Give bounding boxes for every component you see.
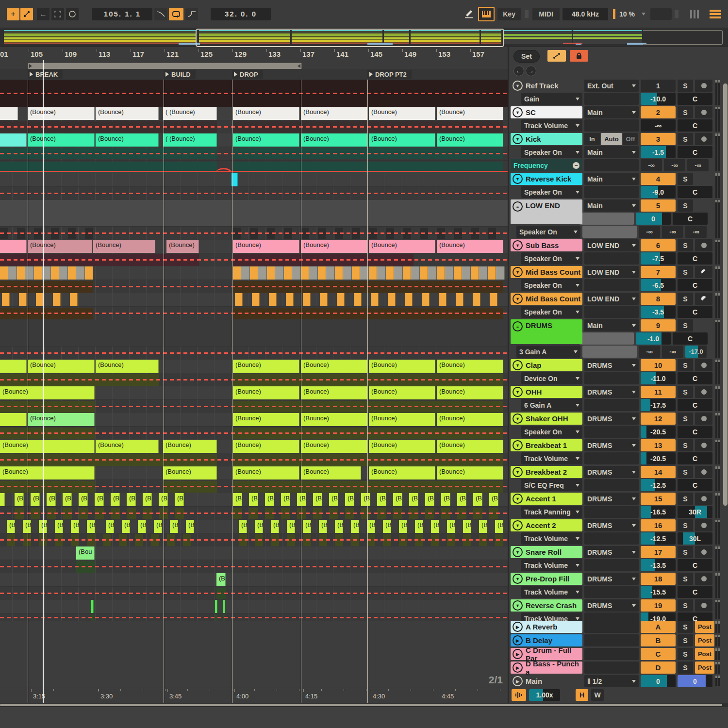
track-title-drums[interactable]: ≡DRUMS [511, 319, 582, 344]
track-title-accent-1[interactable]: ▼Accent 1 [511, 493, 582, 505]
arm-button[interactable] [695, 386, 712, 398]
track-number[interactable]: A [641, 621, 676, 633]
clip[interactable]: (B [233, 493, 242, 506]
back-to-arrangement-button[interactable]: ← [37, 8, 50, 20]
clip[interactable]: (Bounce) [28, 413, 95, 426]
lane-dropdown[interactable]: Speaker On [516, 226, 580, 238]
clip[interactable] [386, 266, 394, 280]
automation-lane[interactable] [0, 587, 508, 600]
clip[interactable] [0, 413, 27, 426]
play-icon[interactable]: ▶ [513, 662, 523, 673]
clip[interactable] [354, 293, 362, 306]
clip[interactable]: (Bounce) [233, 107, 299, 120]
clip[interactable] [490, 293, 497, 306]
clip[interactable]: (B [319, 520, 327, 533]
solo-button[interactable]: S [678, 386, 693, 398]
volume-display[interactable]: -7.5 [641, 252, 676, 265]
routing-dropdown[interactable]: Main [584, 173, 639, 185]
automation-lane[interactable] [0, 253, 508, 266]
track-title-return-d[interactable]: ▶D Bass - Punch a [511, 662, 582, 674]
clip[interactable]: (B [361, 493, 370, 506]
clip[interactable]: (B [367, 520, 375, 533]
track-number[interactable]: 11 [641, 386, 676, 398]
automation-lane[interactable] [0, 280, 508, 293]
clip[interactable] [454, 266, 462, 280]
clip[interactable]: (Bounce) [437, 107, 503, 120]
track-title-ohh[interactable]: ▼OHH [511, 386, 582, 398]
device-dropdown[interactable]: S/C EQ Freq [521, 479, 582, 491]
solo-button[interactable]: S [678, 546, 693, 558]
track-title-low-end[interactable]: ≡LOW END [511, 199, 582, 224]
routing-dropdown[interactable]: ‖ 1/2 [584, 675, 639, 687]
next-marker-button[interactable]: → [526, 66, 536, 76]
key-map-button[interactable]: Key [497, 8, 521, 20]
track-number[interactable]: 1 [641, 80, 676, 92]
clip[interactable]: (Bounce) [233, 133, 299, 147]
clip[interactable]: (B [447, 520, 455, 533]
clip-lane[interactable]: (Bounce)(Bounce)(Bounce)(Bounce)(Bounce)… [0, 466, 508, 480]
fold-triangle-icon[interactable]: ▼ [513, 134, 523, 144]
automation-lane[interactable] [0, 400, 508, 413]
clip[interactable] [232, 173, 238, 186]
clip[interactable]: (Bounce) [437, 466, 503, 480]
routing-dropdown[interactable]: DRUMS [584, 359, 639, 371]
fade-tool-button[interactable] [154, 8, 167, 20]
clip[interactable] [471, 266, 479, 280]
track-number[interactable]: D [641, 662, 676, 674]
clip[interactable] [360, 266, 369, 280]
clip[interactable] [456, 293, 463, 306]
clip[interactable]: (B [15, 493, 24, 506]
volume-display[interactable]: -20.5 [641, 452, 676, 464]
clip[interactable]: (B [122, 520, 130, 533]
play-icon[interactable]: ▶ [513, 635, 523, 645]
volume-display[interactable]: -12.5 [641, 532, 676, 545]
pan-display[interactable]: C [673, 332, 708, 345]
clip[interactable] [85, 266, 93, 280]
clip[interactable]: (Bounce) [233, 466, 299, 480]
clip[interactable]: (Bounce) [96, 107, 159, 120]
clip[interactable]: (B [138, 520, 146, 533]
clip[interactable] [17, 266, 25, 280]
clip[interactable]: (B [303, 520, 311, 533]
track-title-breakbeat-2[interactable]: ▼Breakbeat 2 [511, 466, 582, 478]
clip[interactable] [337, 293, 345, 306]
clip[interactable]: (B [335, 520, 343, 533]
clip[interactable]: (B [186, 520, 194, 533]
clip[interactable]: (B [23, 520, 31, 533]
lock-envelopes-button[interactable] [570, 50, 588, 62]
clip[interactable] [8, 266, 17, 280]
track-title-shaker-ohh[interactable]: ▼Shaker OHH [511, 413, 582, 425]
track-number[interactable]: 3 [641, 133, 676, 145]
track-number[interactable]: 8 [641, 293, 676, 305]
clip-lane[interactable]: (Bounce)(Bounce)( (Bounce)(Bounce)(Bounc… [0, 133, 508, 147]
clip-lane[interactable]: (B(B(B(B(B(B(B(B(B(B(B(B(B(B(B(B(B(B(B(B… [0, 520, 508, 533]
hamburger-menu-button[interactable] [710, 10, 721, 18]
pan-display[interactable]: 30R [678, 506, 712, 518]
track-title-clap[interactable]: ▼Clap [511, 359, 582, 371]
clip[interactable]: (B [287, 520, 295, 533]
pan-display[interactable]: C [678, 399, 712, 411]
device-dropdown[interactable]: Track Volume [521, 612, 582, 621]
clip[interactable] [462, 266, 471, 280]
clip-lane[interactable]: (Bou [0, 546, 508, 560]
clip[interactable]: (Bounce) [93, 240, 155, 253]
routing-dropdown[interactable]: LOW END [584, 266, 639, 278]
volume-display[interactable]: -3.5 [641, 306, 676, 318]
clip-lane[interactable] [0, 80, 508, 107]
track-title-mid-bass-count-1[interactable]: ▼Mid Bass Count [511, 266, 582, 278]
clip[interactable]: (B [271, 520, 279, 533]
clip[interactable]: (B [495, 520, 503, 533]
clip-lane[interactable]: (Bounce)(Bounce)(Bounce)(Bounce)(Bounce)… [0, 240, 508, 253]
horizontal-scroll-thumb[interactable] [0, 704, 722, 706]
clip[interactable] [439, 293, 447, 306]
clip[interactable] [76, 266, 85, 280]
routing-dropdown[interactable]: Main [584, 106, 639, 118]
pan-display[interactable]: C [678, 452, 712, 464]
track-title-return-a[interactable]: ▶A Reverb [511, 621, 582, 633]
pan-display[interactable]: C [678, 612, 712, 621]
clip[interactable] [267, 266, 275, 280]
clip[interactable] [215, 600, 217, 613]
clip[interactable] [2, 293, 10, 306]
clip[interactable]: (Bounce) [233, 360, 299, 373]
routing-dropdown[interactable]: DRUMS [584, 386, 639, 398]
